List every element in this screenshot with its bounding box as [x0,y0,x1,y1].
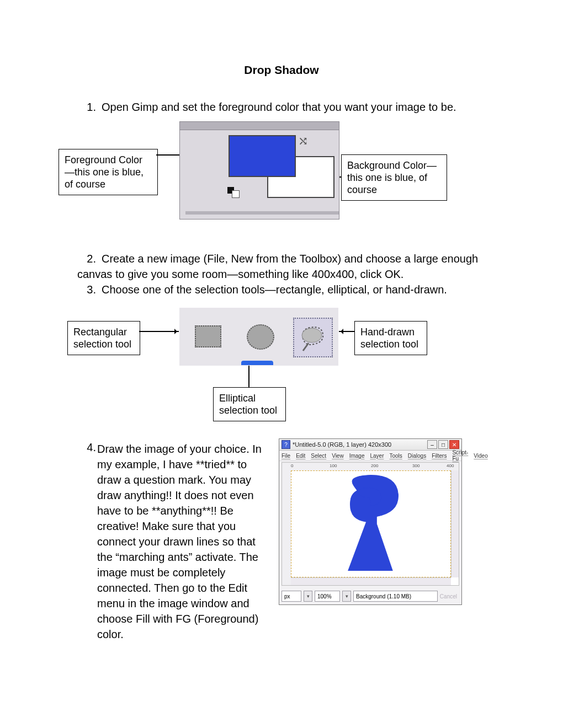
step-2-text: Create a new image (File, New from the T… [77,253,478,280]
unit-dropdown-icon[interactable]: ▾ [304,591,312,602]
free-select-tool-icon [293,318,333,357]
menu-view[interactable]: View [332,453,344,459]
step-2: 2.Create a new image (File, New from the… [77,251,497,282]
gimp-image-window: ? *Untitled-5.0 (RGB, 1 layer) 420x300 –… [279,438,462,605]
menu-image[interactable]: Image [349,453,365,459]
menu-select[interactable]: Select [311,453,326,459]
menu-edit[interactable]: Edit [296,453,305,459]
maximize-button[interactable]: □ [438,440,448,449]
menu-layer[interactable]: Layer [370,453,384,459]
menu-tools[interactable]: Tools [389,453,402,459]
arrow-to-free-tool [339,331,354,332]
callout-rectangular-tool: Rectangular selection tool [67,321,140,355]
elliptical-select-tool-icon [241,318,279,355]
ruler-tick: 200 [371,463,378,468]
step-1-text: Open Gimp and set the foreground color t… [102,101,456,113]
step-3-number: 3. [77,282,96,297]
step-1: 1.Open Gimp and set the foreground color… [77,99,497,115]
minimize-button[interactable]: – [427,440,437,449]
step-2-number: 2. [77,251,96,266]
status-text: Background (1.10 MB) [353,591,438,602]
default-colors-icon [227,187,241,197]
close-button[interactable]: ✕ [449,440,459,449]
window-titlebar: ? *Untitled-5.0 (RGB, 1 layer) 420x300 –… [279,439,461,451]
canvas[interactable] [291,470,451,577]
zoom-field[interactable]: 100% [315,591,340,602]
menu-script-fu[interactable]: Script-Fu [452,449,468,462]
unit-field[interactable]: px [282,591,301,602]
gimp-color-swatch-figure: ⤭ [179,121,339,220]
horizontal-ruler: 0 100 200 300 400 [291,463,459,471]
step-3-text: Choose one of the selection tools—rectan… [102,283,447,296]
gimp-logo-icon: ? [282,440,290,449]
menu-dialogs[interactable]: Dialogs [408,453,426,459]
selection-tools-figure [179,308,338,366]
callout-elliptical-tool: Elliptical selection tool [213,387,286,421]
foreground-color-swatch [229,135,296,177]
callout-hand-drawn-tool: Hand-drawn selection tool [354,321,427,355]
menu-filters[interactable]: Filters [432,453,447,459]
rectangular-select-tool-icon [189,318,227,355]
vertical-ruler [282,463,291,585]
step-3: 3.Choose one of the selection tools—rect… [77,282,497,297]
swap-colors-icon: ⤭ [298,134,308,148]
ruler-tick: 0 [291,463,293,468]
ruler-tick: 100 [330,463,337,468]
status-bar: px ▾ 100% ▾ Background (1.10 MB) Cancel [282,590,459,602]
ruler-tick: 300 [412,463,419,468]
image-area: 0 100 200 300 400 [282,462,459,586]
callout-background-color: Background Color—this one is blue, of co… [341,154,447,201]
callout-foreground-color: Foreground Color—this one is blue, of co… [59,149,158,195]
horizontal-scrollbar[interactable] [291,577,451,585]
step-4-number: 4. [77,441,96,454]
tool-selection-indicator [241,361,273,365]
cancel-label: Cancel [440,593,459,599]
step-1-number: 1. [77,99,96,115]
zoom-dropdown-icon[interactable]: ▾ [342,591,351,602]
vertical-scrollbar[interactable] [451,470,459,577]
ruler-tick: 400 [447,463,454,468]
menu-video[interactable]: Video [474,453,487,459]
window-title: *Untitled-5.0 (RGB, 1 layer) 420x300 [293,441,426,448]
step-4-text: Draw the image of your choice. In my exa… [97,441,274,642]
page-title: Drop Shadow [0,63,563,77]
svg-point-0 [302,328,322,342]
menu-bar: File Edit Select View Image Layer Tools … [279,451,461,461]
arrow-to-rect-tool [139,331,179,332]
menu-file[interactable]: File [282,453,290,459]
